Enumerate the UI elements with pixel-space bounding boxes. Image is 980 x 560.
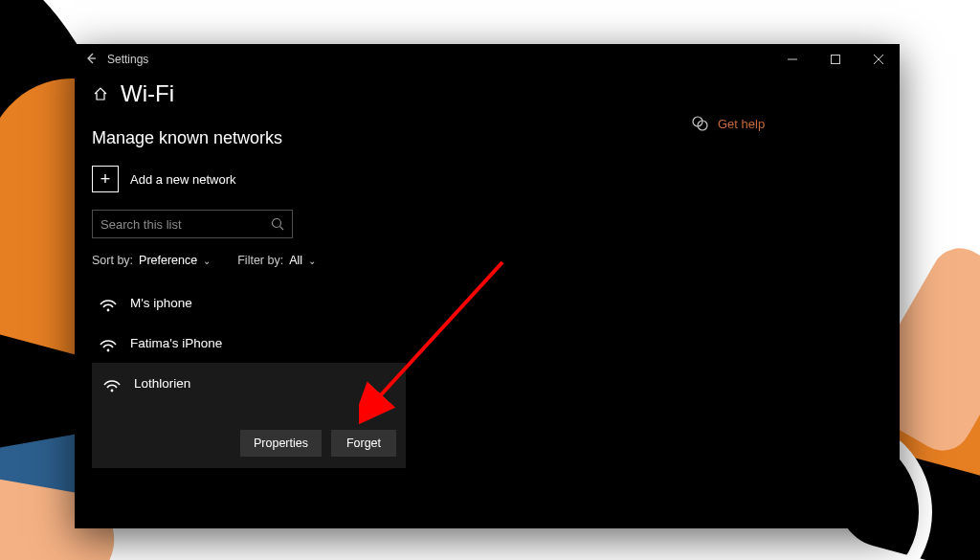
filter-by-dropdown[interactable]: Filter by: All ⌄ <box>237 254 316 267</box>
sort-by-dropdown[interactable]: Sort by: Preference ⌄ <box>92 254 211 267</box>
chevron-down-icon: ⌄ <box>308 256 316 266</box>
network-item[interactable]: M's iphone <box>92 282 628 323</box>
chevron-down-icon: ⌄ <box>203 256 211 266</box>
page-header: Wi-Fi <box>92 80 628 107</box>
svg-point-4 <box>273 219 281 228</box>
home-icon[interactable] <box>92 85 109 102</box>
window-title: Settings <box>107 53 148 66</box>
settings-window: Settings Wi-Fi Manage known networks + A… <box>75 44 900 528</box>
svg-point-8 <box>111 390 114 392</box>
search-input[interactable] <box>100 217 271 232</box>
maximize-button[interactable] <box>813 44 857 75</box>
close-button[interactable] <box>857 44 900 75</box>
search-icon <box>271 217 284 231</box>
wifi-icon <box>101 372 122 393</box>
svg-line-5 <box>280 227 284 231</box>
network-list: M's iphone Fatima's iPhone Lothlorien <box>92 282 628 468</box>
page-title: Wi-Fi <box>121 80 174 107</box>
back-button[interactable] <box>75 52 107 68</box>
network-name: Lothlorien <box>134 376 190 391</box>
filter-label: Filter by: <box>237 254 283 267</box>
network-item[interactable]: Fatima's iPhone <box>92 323 628 363</box>
network-item-selected[interactable]: Lothlorien Properties Forget <box>92 363 406 468</box>
filter-value: All <box>289 254 302 267</box>
svg-point-6 <box>107 309 110 312</box>
wifi-icon <box>98 292 119 313</box>
minimize-button[interactable] <box>770 44 813 75</box>
svg-rect-1 <box>831 56 839 64</box>
minimize-icon <box>788 55 797 64</box>
sort-value: Preference <box>139 254 197 267</box>
search-input-container[interactable] <box>92 210 293 238</box>
titlebar: Settings <box>75 44 900 75</box>
sort-label: Sort by: <box>92 254 133 267</box>
get-help-link[interactable]: Get help <box>691 115 882 132</box>
svg-point-7 <box>107 349 110 352</box>
network-name: Fatima's iPhone <box>130 336 222 350</box>
get-help-label: Get help <box>718 117 765 131</box>
plus-icon: + <box>92 166 119 192</box>
maximize-icon <box>831 55 840 64</box>
help-icon <box>691 115 708 132</box>
add-network-label: Add a new network <box>130 172 236 187</box>
properties-button[interactable]: Properties <box>240 430 322 457</box>
back-arrow-icon <box>84 52 98 65</box>
wifi-icon <box>98 332 119 353</box>
network-name: M's iphone <box>130 296 192 310</box>
add-network-button[interactable]: + Add a new network <box>92 166 628 192</box>
close-icon <box>874 55 883 64</box>
forget-button[interactable]: Forget <box>331 430 396 457</box>
section-heading: Manage known networks <box>92 128 628 148</box>
